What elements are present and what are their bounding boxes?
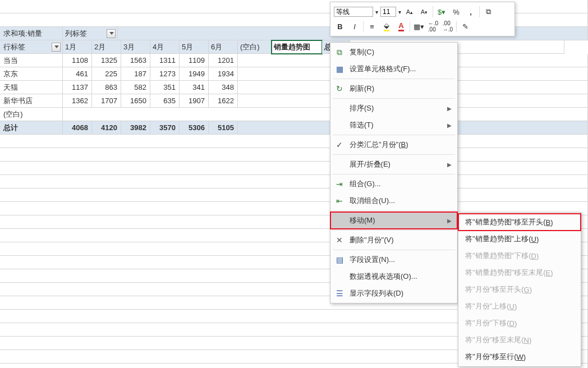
font-name-input[interactable] (334, 7, 373, 17)
submenu-item[interactable]: 将"销量趋势图"移至开头(B) (458, 214, 581, 231)
comma-button[interactable]: , (465, 6, 477, 18)
menu-delete[interactable]: ✕删除"月份"(V) (330, 232, 457, 249)
data-cell[interactable]: 1362 (63, 94, 92, 108)
menu-pivot-options[interactable]: 数据透视表选项(O)... (330, 268, 457, 285)
move-submenu: 将"销量趋势图"移至开头(B)将"销量趋势图"上移(U)将"销量趋势图"下移(D… (458, 212, 581, 367)
submenu-item: 将"销量趋势图"移至末尾(E) (458, 264, 581, 281)
data-cell[interactable]: 225 (92, 67, 121, 81)
font-color-button[interactable]: A (395, 20, 407, 33)
row-label[interactable]: 京东 (0, 67, 63, 81)
field-settings-icon: ▤ (334, 254, 345, 265)
data-cell[interactable]: 1707 (92, 94, 121, 108)
currency-button[interactable]: $▾ (435, 6, 448, 18)
data-cell[interactable]: 348 (209, 81, 238, 94)
data-cell[interactable]: 1108 (63, 54, 92, 67)
row-total-label: 总计 (0, 121, 63, 135)
field-list-icon: ☰ (334, 288, 345, 299)
data-cell[interactable]: 582 (121, 81, 150, 94)
row-blank[interactable]: (空白) (0, 108, 63, 121)
submenu-item: 将"月份"移至末尾(N) (458, 332, 581, 348)
total-cell[interactable]: 3982 (121, 121, 150, 135)
bold-button[interactable]: B (334, 20, 346, 33)
col-month-2[interactable]: 2月 (92, 40, 121, 54)
menu-refresh[interactable]: ↻刷新(R) (330, 80, 457, 97)
submenu-item: 将"月份"下移(D) (458, 315, 581, 332)
data-cell[interactable]: 341 (180, 81, 209, 94)
submenu-item[interactable]: 将"销量趋势图"上移(U) (458, 231, 581, 247)
italic-button[interactable]: I (348, 20, 361, 33)
col-month-1[interactable]: 1月 (63, 40, 92, 54)
menu-group[interactable]: ⇥组合(G)... (330, 176, 457, 192)
fill-color-button[interactable]: ⬙ (380, 20, 393, 33)
data-cell[interactable]: 461 (63, 67, 92, 81)
data-cell[interactable]: 351 (150, 81, 180, 94)
clear-format-button[interactable]: ✎ (459, 20, 471, 33)
data-cell[interactable]: 1907 (180, 94, 209, 108)
total-cell[interactable]: 4120 (92, 121, 121, 135)
check-icon: ✓ (334, 139, 345, 150)
col-month-3[interactable]: 3月 (121, 40, 150, 54)
data-cell[interactable]: 1949 (180, 67, 209, 81)
menu-copy[interactable]: ⧉复制(C) (330, 44, 457, 61)
total-cell[interactable]: 5306 (180, 121, 209, 135)
grow-font-button[interactable]: A▴ (403, 6, 416, 18)
row-label[interactable]: 当当 (0, 54, 63, 67)
format-icon: ▦ (334, 63, 345, 75)
copy-icon: ⧉ (334, 47, 345, 58)
group-icon: ⇥ (334, 178, 345, 190)
shrink-font-button[interactable]: A▾ (418, 6, 430, 18)
data-cell[interactable]: 635 (150, 94, 180, 108)
data-cell[interactable]: 1273 (150, 67, 180, 81)
submenu-item: 将"销量趋势图"下移(D) (458, 247, 581, 264)
data-cell[interactable]: 1325 (92, 54, 121, 67)
align-button[interactable]: ≡ (366, 20, 378, 33)
font-size-input[interactable] (380, 7, 396, 17)
row-label-dropdown[interactable]: 行标签 (0, 40, 63, 54)
data-cell[interactable]: 1311 (150, 54, 180, 67)
format-painter-button[interactable]: ⧉ (482, 6, 494, 18)
row-label[interactable]: 新华书店 (0, 94, 63, 108)
ungroup-icon: ⇤ (334, 195, 345, 206)
col-blank[interactable]: (空白) (238, 40, 272, 54)
data-cell[interactable]: 187 (121, 67, 150, 81)
menu-expand-collapse[interactable]: 展开/折叠(E)▶ (330, 156, 457, 173)
submenu-item: 将"月份"上移(U) (458, 298, 581, 315)
col-month-5[interactable]: 5月 (180, 40, 209, 54)
mini-toolbar: ▾ ▾ A▴ A▾ $▾ % , ⧉ B I ≡ ⬙ A ▦▾ ←.0.00 .… (330, 2, 515, 36)
delete-icon: ✕ (334, 234, 345, 246)
context-menu: ⧉复制(C) ▦设置单元格格式(F)... ↻刷新(R) 排序(S)▶ 筛选(T… (330, 42, 458, 303)
menu-field-settings[interactable]: ▤字段设置(N)... (330, 251, 457, 268)
percent-button[interactable]: % (450, 6, 462, 18)
menu-format-cells[interactable]: ▦设置单元格格式(F)... (330, 61, 457, 77)
col-label-dropdown[interactable]: 列标签 (63, 27, 118, 40)
submenu-item[interactable]: 将"月份"移至行(W) (458, 348, 581, 365)
total-cell[interactable]: 4068 (63, 121, 92, 135)
data-cell[interactable]: 863 (92, 81, 121, 94)
row-label[interactable]: 天猫 (0, 81, 63, 94)
data-cell[interactable]: 1137 (63, 81, 92, 94)
data-cell[interactable]: 1109 (180, 54, 209, 67)
data-cell[interactable]: 1934 (209, 67, 238, 81)
data-cell[interactable]: 1650 (121, 94, 150, 108)
data-cell[interactable]: 1563 (121, 54, 150, 67)
total-cell[interactable]: 5105 (209, 121, 238, 135)
borders-button[interactable]: ▦▾ (412, 20, 425, 33)
decrease-decimal-button[interactable]: .00→.0 (442, 20, 454, 33)
menu-sort[interactable]: 排序(S)▶ (330, 100, 457, 117)
col-month-6[interactable]: 6月 (209, 40, 238, 54)
data-cell[interactable]: 1622 (209, 94, 238, 108)
col-month-4[interactable]: 4月 (150, 40, 180, 54)
pivot-value-field: 求和项:销量 (0, 27, 63, 40)
menu-subtotal[interactable]: ✓分类汇总"月份"(B) (330, 136, 457, 153)
menu-show-field-list[interactable]: ☰显示字段列表(D) (330, 285, 457, 302)
menu-move[interactable]: 移动(M)▶ (330, 212, 457, 229)
increase-decimal-button[interactable]: ←.0.00 (427, 20, 439, 33)
data-cell[interactable]: 1201 (209, 54, 238, 67)
col-trend-selected[interactable]: 销量趋势图 (272, 40, 322, 54)
refresh-icon: ↻ (334, 83, 345, 94)
total-cell[interactable]: 3570 (150, 121, 180, 135)
submenu-item: 将"月份"移至开头(G) (458, 281, 581, 298)
menu-filter[interactable]: 筛选(T)▶ (330, 117, 457, 134)
menu-ungroup[interactable]: ⇤取消组合(U)... (330, 192, 457, 209)
